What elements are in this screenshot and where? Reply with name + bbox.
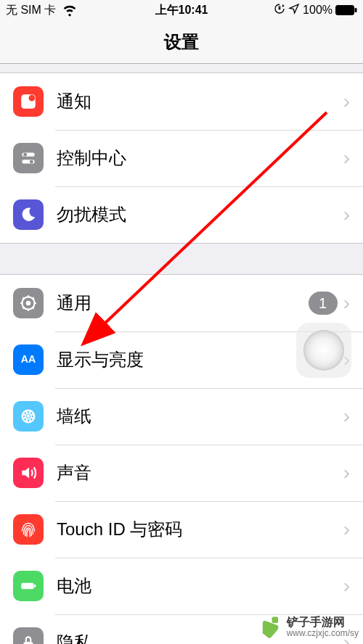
assistive-touch-button[interactable] — [296, 323, 351, 378]
row-wallpaper[interactable]: 墙纸 › — [0, 388, 363, 445]
notifications-icon — [13, 86, 44, 117]
svg-rect-1 — [336, 6, 354, 15]
row-label: 显示与亮度 — [57, 348, 338, 371]
row-control-center[interactable]: 控制中心 › — [0, 130, 363, 186]
chevron-right-icon: › — [343, 518, 350, 541]
chevron-right-icon: › — [343, 405, 350, 428]
location-icon — [288, 3, 300, 17]
page-title: 设置 — [164, 30, 199, 54]
row-label: Touch ID 与密码 — [57, 518, 338, 541]
svg-point-19 — [30, 412, 33, 415]
row-label: 勿扰模式 — [57, 203, 338, 226]
chevron-right-icon: › — [343, 90, 350, 113]
wallpaper-icon — [13, 401, 44, 432]
svg-rect-2 — [355, 8, 357, 12]
sound-icon — [13, 458, 44, 488]
settings-group-1: 通知 › 控制中心 › 勿扰模式 › — [0, 73, 363, 244]
svg-rect-25 — [272, 617, 278, 624]
orientation-lock-icon — [274, 3, 285, 17]
chevron-right-icon: › — [343, 292, 350, 315]
svg-point-6 — [23, 153, 27, 157]
chevron-right-icon: › — [343, 574, 350, 598]
svg-point-18 — [24, 412, 27, 415]
touchid-icon — [13, 514, 44, 545]
svg-rect-0 — [279, 7, 281, 9]
svg-rect-22 — [21, 583, 33, 590]
watermark-name: 铲子手游网 — [287, 616, 359, 629]
svg-point-20 — [24, 418, 27, 421]
row-battery[interactable]: 电池 › — [0, 558, 363, 614]
navbar: 设置 — [0, 20, 363, 64]
watermark: 铲子手游网 www.czjxjc.com/sy — [258, 615, 359, 640]
row-label: 通用 — [57, 292, 309, 315]
svg-point-4 — [29, 95, 36, 102]
watermark-logo — [258, 615, 282, 640]
chevron-right-icon: › — [343, 461, 350, 484]
general-icon — [13, 288, 44, 318]
display-icon: AA — [13, 344, 44, 375]
svg-point-21 — [30, 418, 33, 421]
row-touch-id[interactable]: Touch ID 与密码 › — [0, 501, 363, 558]
carrier-text: 无 SIM 卡 — [6, 3, 56, 18]
dnd-icon — [13, 199, 44, 230]
status-bar: 无 SIM 卡 上午10:41 100% — [0, 0, 363, 20]
battery-percent: 100% — [303, 4, 333, 17]
assistive-touch-inner — [303, 330, 344, 371]
svg-rect-23 — [34, 585, 36, 587]
control-center-icon — [13, 143, 44, 173]
chevron-right-icon: › — [343, 146, 350, 170]
svg-text:AA: AA — [21, 353, 36, 365]
row-label: 电池 — [57, 574, 338, 598]
svg-point-8 — [30, 160, 33, 163]
row-do-not-disturb[interactable]: 勿扰模式 › — [0, 186, 363, 243]
row-label: 控制中心 — [57, 146, 338, 170]
row-label: 声音 — [57, 461, 338, 484]
battery-icon — [335, 5, 357, 15]
row-notifications[interactable]: 通知 › — [0, 73, 363, 130]
chevron-right-icon: › — [343, 203, 350, 226]
svg-point-10 — [26, 301, 31, 306]
privacy-icon — [13, 627, 44, 644]
battery-settings-icon — [13, 571, 44, 601]
badge-count: 1 — [309, 292, 338, 315]
wifi-icon — [60, 0, 79, 21]
watermark-url: www.czjxjc.com/sy — [287, 628, 359, 638]
row-label: 通知 — [57, 90, 338, 113]
row-label: 墙纸 — [57, 405, 338, 428]
svg-point-13 — [27, 415, 30, 418]
row-sounds[interactable]: 声音 › — [0, 445, 363, 501]
